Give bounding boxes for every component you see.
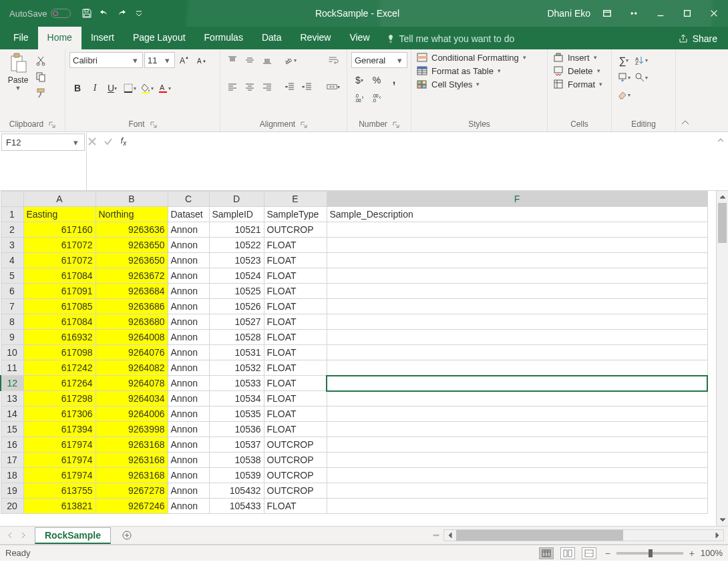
cell[interactable] <box>327 330 707 345</box>
cell[interactable]: 10532 <box>209 360 264 376</box>
cell[interactable]: 9267246 <box>96 499 168 514</box>
scroll-thumb[interactable] <box>718 203 727 243</box>
page-break-view-icon[interactable] <box>582 547 596 559</box>
cell[interactable]: 10528 <box>209 330 264 345</box>
cell[interactable]: FLOAT <box>264 284 327 299</box>
cell[interactable]: 9264076 <box>96 345 168 360</box>
cell[interactable]: Annon <box>168 284 209 299</box>
col-header-B[interactable]: B <box>96 192 168 207</box>
cell[interactable]: 9263168 <box>96 468 168 483</box>
cell[interactable]: 105432 <box>209 483 264 499</box>
cell[interactable]: OUTCROP <box>264 483 327 499</box>
cell[interactable]: 10534 <box>209 391 264 406</box>
undo-icon[interactable] <box>98 7 111 20</box>
cell[interactable]: FLOAT <box>264 345 327 360</box>
cell[interactable]: 617974 <box>23 437 96 453</box>
cell[interactable]: FLOAT <box>264 376 327 391</box>
hscroll-right-icon[interactable] <box>711 532 723 539</box>
align-left-icon[interactable] <box>224 79 240 95</box>
cell[interactable]: Annon <box>168 437 209 453</box>
new-sheet-icon[interactable] <box>119 527 135 543</box>
decrease-indent-icon[interactable] <box>282 79 298 95</box>
sheet-nav-prev-icon[interactable] <box>4 529 16 541</box>
alignment-dialog-launcher-icon[interactable] <box>301 121 307 127</box>
cell[interactable]: FLOAT <box>264 253 327 268</box>
insert-cells-button[interactable]: Insert▾ <box>552 52 604 63</box>
tab-formulas[interactable]: Formulas <box>195 27 252 49</box>
select-all-corner[interactable] <box>1 192 23 207</box>
cell[interactable]: Annon <box>168 360 209 376</box>
row-header[interactable]: 11 <box>1 360 23 376</box>
decrease-decimal-icon[interactable]: .00.0 <box>369 89 385 105</box>
cell[interactable]: 617974 <box>23 468 96 483</box>
page-layout-view-icon[interactable] <box>560 547 575 559</box>
cell[interactable]: 10522 <box>209 238 264 253</box>
increase-indent-icon[interactable] <box>299 79 315 95</box>
cell[interactable]: Annon <box>168 453 209 468</box>
cell[interactable]: SampleID <box>209 207 264 222</box>
cell[interactable]: FLOAT <box>264 238 327 253</box>
increase-font-icon[interactable]: A▲ <box>176 52 192 68</box>
font-color-button[interactable]: A▾ <box>156 80 172 96</box>
qat-dropdown-icon[interactable] <box>132 7 146 20</box>
enter-formula-icon[interactable] <box>103 136 114 149</box>
cell[interactable]: 617974 <box>23 453 96 468</box>
formula-input[interactable] <box>134 132 713 190</box>
align-top-icon[interactable] <box>224 52 240 68</box>
decrease-font-icon[interactable]: A▼ <box>194 52 210 68</box>
row-header[interactable]: 13 <box>1 391 23 406</box>
cell[interactable]: Annon <box>168 299 209 314</box>
cell[interactable]: Annon <box>168 483 209 499</box>
cell[interactable]: 617160 <box>23 222 96 238</box>
expand-formula-bar-icon[interactable] <box>713 132 728 190</box>
format-cells-button[interactable]: Format▾ <box>552 79 604 89</box>
cell[interactable]: Annon <box>168 330 209 345</box>
conditional-formatting-button[interactable]: Conditional Formatting▾ <box>415 52 528 63</box>
paste-button[interactable]: Paste ▼ <box>4 52 32 91</box>
row-header[interactable]: 4 <box>1 253 23 268</box>
cell[interactable]: 617085 <box>23 299 96 314</box>
cell[interactable] <box>327 314 707 330</box>
cell[interactable]: Annon <box>168 468 209 483</box>
cell[interactable]: 9264078 <box>96 376 168 391</box>
cell[interactable] <box>327 499 707 514</box>
cell[interactable]: 10527 <box>209 314 264 330</box>
name-box[interactable]: F12▾ <box>1 133 85 151</box>
bold-button[interactable]: B <box>69 80 85 96</box>
cell[interactable]: Annon <box>168 222 209 238</box>
align-middle-icon[interactable] <box>242 52 258 68</box>
col-header-C[interactable]: C <box>168 192 209 207</box>
cell[interactable]: 617394 <box>23 422 96 437</box>
zoom-control[interactable]: − + 100% <box>603 548 723 559</box>
cell[interactable]: FLOAT <box>264 422 327 437</box>
normal-view-icon[interactable] <box>539 547 554 559</box>
cell[interactable]: 617072 <box>23 253 96 268</box>
cell[interactable]: Sample_Description <box>327 207 707 222</box>
tab-home[interactable]: Home <box>38 27 81 49</box>
autosum-icon[interactable]: ∑▾ <box>616 52 632 68</box>
cell[interactable] <box>327 360 707 376</box>
copy-icon[interactable] <box>35 71 47 83</box>
col-header-E[interactable]: E <box>264 192 327 207</box>
orientation-icon[interactable]: ab▾ <box>282 52 298 68</box>
save-icon[interactable] <box>80 7 94 20</box>
cell[interactable]: 9263168 <box>96 453 168 468</box>
maximize-icon[interactable] <box>677 3 697 23</box>
touch-mode-icon[interactable] <box>624 3 644 23</box>
row-header[interactable]: 2 <box>1 222 23 238</box>
align-right-icon[interactable] <box>259 79 275 95</box>
hscroll-thumb[interactable] <box>456 530 623 541</box>
cell[interactable]: 10523 <box>209 253 264 268</box>
align-center-icon[interactable] <box>242 79 258 95</box>
collapse-ribbon-icon[interactable] <box>676 49 695 131</box>
col-header-D[interactable]: D <box>209 192 264 207</box>
align-bottom-icon[interactable] <box>259 52 275 68</box>
cell[interactable]: OUTCROP <box>264 468 327 483</box>
row-header[interactable]: 17 <box>1 453 23 468</box>
cell[interactable]: 9263672 <box>96 268 168 284</box>
row-header[interactable]: 3 <box>1 238 23 253</box>
autosave-toggle[interactable]: AutoSave <box>4 9 76 19</box>
fill-icon[interactable]: ▾ <box>616 69 632 85</box>
row-header[interactable]: 8 <box>1 314 23 330</box>
cell[interactable]: 9264008 <box>96 330 168 345</box>
